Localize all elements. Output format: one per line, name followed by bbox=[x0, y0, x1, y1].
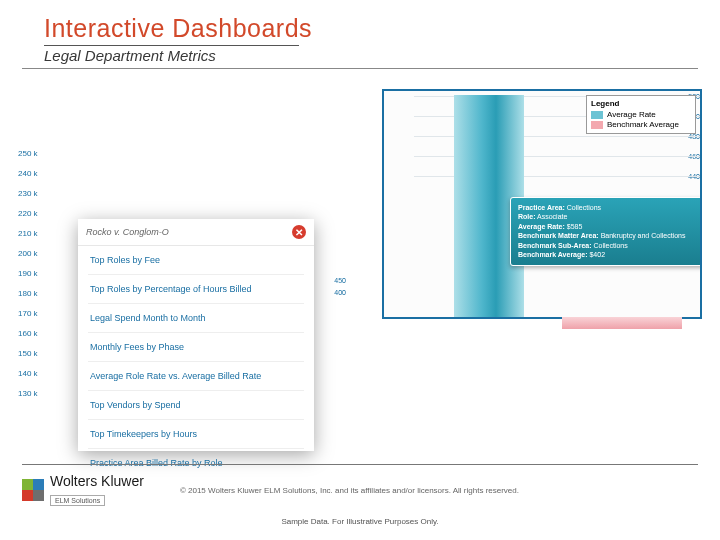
legend-title: Legend bbox=[591, 99, 691, 108]
left-axis: 250 k 240 k 230 k 220 k 210 k 200 k 190 … bbox=[14, 149, 60, 419]
copyright-text: © 2015 Wolters Kluwer ELM Solutions, Inc… bbox=[180, 486, 519, 495]
legend-item: Benchmark Average bbox=[591, 120, 691, 129]
list-item[interactable]: Top Timekeepers by Hours bbox=[88, 420, 304, 449]
legend-item: Average Rate bbox=[591, 110, 691, 119]
y-tick: 140 k bbox=[18, 369, 38, 378]
slide-header: Interactive Dashboards Legal Department … bbox=[22, 0, 698, 69]
list-item[interactable]: Average Role Rate vs. Average Billed Rat… bbox=[88, 362, 304, 391]
list-item[interactable]: Legal Spend Month to Month bbox=[88, 304, 304, 333]
y-tick: 240 k bbox=[18, 169, 38, 178]
y-tick: 150 k bbox=[18, 349, 38, 358]
axis-fragment: 450 400 bbox=[322, 275, 346, 299]
y-tick: 190 k bbox=[18, 269, 38, 278]
sample-disclaimer: Sample Data. For Illustrative Purposes O… bbox=[22, 517, 698, 526]
brand-sub: ELM Solutions bbox=[50, 495, 105, 506]
page-subtitle: Legal Department Metrics bbox=[44, 47, 676, 64]
title-rule bbox=[44, 45, 299, 46]
y-tick: 160 k bbox=[18, 329, 38, 338]
list-item[interactable]: Top Roles by Percentage of Hours Billed bbox=[88, 275, 304, 304]
swatch-icon bbox=[591, 111, 603, 119]
bar-benchmark-fragment bbox=[562, 317, 682, 329]
swatch-icon bbox=[591, 121, 603, 129]
brand-logo: Wolters Kluwer ELM Solutions bbox=[22, 473, 144, 507]
modal-title: Rocko v. Conglom-O bbox=[86, 227, 169, 237]
y-tick: 200 k bbox=[18, 249, 38, 258]
footer-rule bbox=[22, 464, 698, 465]
close-icon[interactable]: ✕ bbox=[292, 225, 306, 239]
y-tick: 170 k bbox=[18, 309, 38, 318]
y-tick: 180 k bbox=[18, 289, 38, 298]
y-tick: 220 k bbox=[18, 209, 38, 218]
legend-label: Benchmark Average bbox=[607, 120, 679, 129]
logo-mark-icon bbox=[22, 479, 44, 501]
chart-tooltip: Practice Area: Collections Role: Associa… bbox=[510, 197, 702, 266]
report-list: Top Roles by Fee Top Roles by Percentage… bbox=[78, 246, 314, 477]
y-tick: 130 k bbox=[18, 389, 38, 398]
list-item[interactable]: Top Vendors by Spend bbox=[88, 391, 304, 420]
list-item[interactable]: Monthly Fees by Phase bbox=[88, 333, 304, 362]
brand-name: Wolters Kluwer bbox=[50, 473, 144, 489]
legend-label: Average Rate bbox=[607, 110, 656, 119]
y-tick: 250 k bbox=[18, 149, 38, 158]
y-tick: 230 k bbox=[18, 189, 38, 198]
modal-header: Rocko v. Conglom-O ✕ bbox=[78, 219, 314, 246]
dashboard-canvas: 520 500 480 460 440 Legend Average Rate … bbox=[0, 89, 720, 489]
page-title: Interactive Dashboards bbox=[44, 14, 676, 43]
legend: Legend Average Rate Benchmark Average bbox=[586, 95, 696, 134]
report-picker-modal: Rocko v. Conglom-O ✕ Top Roles by Fee To… bbox=[78, 219, 314, 451]
footer: Wolters Kluwer ELM Solutions © 2015 Wolt… bbox=[0, 454, 720, 540]
list-item[interactable]: Top Roles by Fee bbox=[88, 246, 304, 275]
rate-chart-panel: 520 500 480 460 440 Legend Average Rate … bbox=[382, 89, 702, 319]
y-tick: 210 k bbox=[18, 229, 38, 238]
